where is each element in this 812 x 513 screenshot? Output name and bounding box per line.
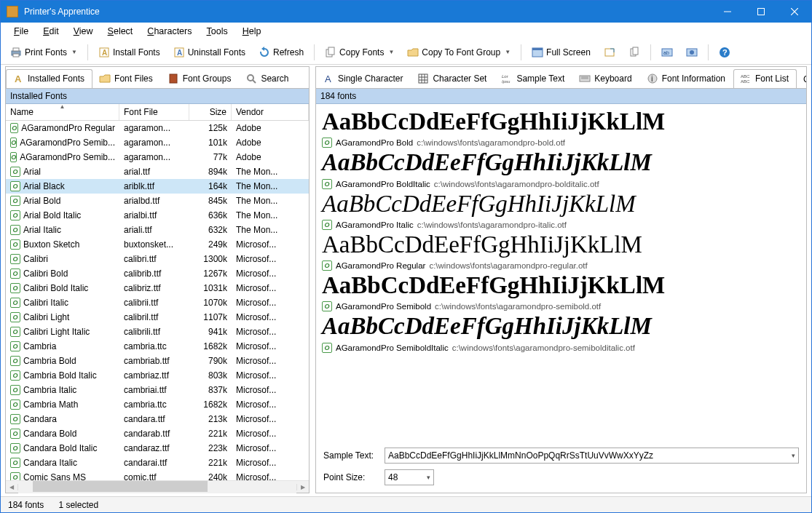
font-row[interactable]: OArial Italicariali.ttf632kThe Mon... (6, 223, 309, 237)
menu-characters[interactable]: Characters (140, 25, 199, 38)
tab-search[interactable]: Search (239, 69, 296, 88)
font-row[interactable]: OCandaracandara.ttf213kMicrosof... (6, 412, 309, 426)
refresh-button[interactable]: Refresh (253, 44, 309, 61)
font-vendor: Microsof... (232, 399, 309, 410)
sample-info: OAGaramondPro Regularc:\windows\fonts\ag… (322, 261, 800, 271)
menu-file[interactable]: File (7, 25, 36, 38)
help-button[interactable]: ? (714, 44, 736, 61)
font-row[interactable]: OCambria Bold Italiccambriaz.ttf803kMicr… (6, 368, 309, 383)
font-row[interactable]: OArial Blackariblk.ttf164kThe Mon... (6, 179, 309, 194)
font-row[interactable]: OCambria Italiccambriai.ttf837kMicrosof.… (6, 383, 309, 397)
tab-font-files[interactable]: Font Files (92, 69, 161, 88)
font-name: Cambria (23, 341, 56, 351)
menu-view[interactable]: View (66, 25, 100, 38)
font-row[interactable]: OBuxton Sketchbuxtonsket...249kMicrosof.… (6, 237, 309, 252)
font-row[interactable]: OArial Bold Italicarialbi.ttf636kThe Mon… (6, 208, 309, 223)
font-file: calibrib.ttf (119, 269, 189, 279)
font-row[interactable]: OAGaramondPro Semib...agaramon...77kAdob… (6, 150, 309, 164)
sample-font-path: c:\windows\fonts\agaramondpro-bolditalic… (434, 180, 599, 188)
maximize-button[interactable] (744, 1, 778, 23)
menu-select[interactable]: Select (100, 25, 141, 38)
full-screen-button[interactable]: Full Screen (527, 44, 596, 61)
font-name: Cambria Bold (23, 356, 76, 366)
menu-tools[interactable]: Tools (199, 25, 234, 38)
tab-single-character[interactable]: ASingle Character (316, 69, 411, 88)
font-file: arialbd.ttf (119, 196, 189, 206)
print-fonts-button[interactable]: Print Fonts ▼ (5, 44, 82, 61)
horizontal-scrollbar[interactable]: ◀▶ (6, 480, 309, 493)
font-row[interactable]: OAGaramondPro Semib...agaramon...101kAdo… (6, 135, 309, 150)
tool-icon-2[interactable] (623, 44, 645, 61)
dropdown-arrow-icon: ▼ (505, 49, 511, 55)
copy-clip-icon (628, 47, 640, 58)
svg-text:i: i (651, 75, 653, 83)
close-button[interactable] (778, 1, 811, 23)
font-vendor: Microsof... (232, 341, 309, 351)
font-row[interactable]: OArial Boldarialbd.ttf845kThe Mon... (6, 194, 309, 208)
copy-to-font-group-button[interactable]: Copy To Font Group ▼ (402, 44, 516, 61)
col-size[interactable]: Size (189, 104, 232, 120)
font-row[interactable]: OCambria Mathcambria.ttc1682kMicrosof... (6, 397, 309, 412)
sort-asc-icon: ▲ (60, 103, 66, 110)
font-row[interactable]: OAGaramondPro Regularagaramon...125kAdob… (6, 121, 309, 135)
tab-installed-fonts[interactable]: A Installed Fonts (6, 69, 92, 89)
sample-font-name: AGaramondPro SemiboldItalic (336, 343, 449, 352)
font-vendor: Microsof... (232, 298, 309, 308)
font-row[interactable]: OCambriacambria.ttc1682kMicrosof... (6, 339, 309, 354)
font-row[interactable]: OArialarial.ttf894kThe Mon... (6, 164, 309, 179)
col-file[interactable]: Font File (119, 104, 189, 120)
tab-font-list[interactable]: ABCABCFont List (733, 69, 797, 89)
copy-fonts-button[interactable]: Copy Fonts ▼ (320, 44, 399, 61)
opentype-icon: O (10, 341, 20, 351)
font-preview-list[interactable]: AaBbCcDdEeFfGgHhIiJjKkLlMOAGaramondPro B… (316, 104, 806, 443)
font-name: Calibri Bold Italic (23, 283, 88, 293)
tab-font-groups[interactable]: Font Groups (161, 69, 240, 88)
menu-edit[interactable]: Edit (36, 25, 66, 38)
tab-sample-text[interactable]: LorIpsuSample Text (494, 69, 572, 88)
col-vendor[interactable]: Vendor (232, 104, 309, 120)
font-row[interactable]: OCalibri Boldcalibrib.ttf1267kMicrosof..… (6, 266, 309, 281)
install-fonts-button[interactable]: A Install Fonts (93, 44, 165, 61)
font-size: 1300k (189, 254, 232, 264)
opentype-icon: O (322, 220, 332, 230)
font-row[interactable]: OCandara Bold Italiccandaraz.ttf223kMicr… (6, 441, 309, 456)
font-row[interactable]: OCalibri Light Italiccalibrili.ttf941kMi… (6, 325, 309, 339)
col-name[interactable]: Name▲ (6, 104, 119, 120)
font-size: 213k (189, 414, 232, 424)
font-row[interactable]: OCalibricalibri.ttf1300kMicrosof... (6, 252, 309, 266)
point-size-label: Point Size: (323, 472, 379, 482)
uninstall-fonts-button[interactable]: A Uninstall Fonts (168, 44, 251, 61)
tool-icon-1[interactable] (599, 44, 620, 61)
font-size: 1107k (189, 312, 232, 322)
grid-icon (417, 73, 429, 84)
tab-character-set[interactable]: Character Set (411, 69, 494, 88)
tool-icon-4[interactable] (681, 44, 703, 61)
font-row[interactable]: OCalibri Italiccalibrii.ttf1070kMicrosof… (6, 295, 309, 310)
svg-rect-29 (419, 74, 427, 83)
font-vendor: Adobe (232, 123, 309, 133)
svg-line-27 (253, 80, 256, 83)
font-list[interactable]: OAGaramondPro Regularagaramon...125kAdob… (6, 121, 309, 480)
tab-con[interactable]: Con (797, 71, 806, 88)
menu-help[interactable]: Help (235, 25, 269, 38)
sample-text-combo[interactable]: AaBbCcDdEeFfGgHhIiJjKkLlMmNnOoPpQqRrSsTt… (385, 448, 799, 464)
sample-line: AaBbCcDdEeFfGgHhIiJjKkLlM (322, 149, 800, 175)
font-file: arial.ttf (119, 167, 189, 177)
font-name: Comic Sans MS (23, 472, 86, 480)
font-row[interactable]: OComic Sans MScomic.ttf240kMicrosof... (6, 470, 309, 480)
minimize-button[interactable] (711, 1, 744, 23)
tab-keyboard[interactable]: Keyboard (572, 69, 639, 88)
font-row[interactable]: OCandara Italiccandarai.ttf221kMicrosof.… (6, 456, 309, 470)
font-row[interactable]: OCandara Boldcandarab.ttf221kMicrosof... (6, 426, 309, 441)
tab-font-information[interactable]: iFont Information (640, 69, 733, 88)
font-row[interactable]: OCalibri Lightcalibril.ttf1107kMicrosof.… (6, 310, 309, 325)
opentype-icon: O (10, 225, 20, 235)
list-header: Name▲ Font File Size Vendor (6, 104, 309, 121)
point-size-combo[interactable]: 48▾ (385, 469, 434, 485)
font-row[interactable]: OCambria Boldcambriab.ttf790kMicrosof... (6, 354, 309, 368)
tool-icon-3[interactable]: ab (656, 44, 678, 61)
opentype-icon: O (10, 443, 20, 453)
font-name: AGaramondPro Semib... (20, 138, 115, 148)
font-row[interactable]: OCalibri Bold Italiccalibriz.ttf1031kMic… (6, 281, 309, 295)
font-vendor: Microsof... (232, 356, 309, 366)
